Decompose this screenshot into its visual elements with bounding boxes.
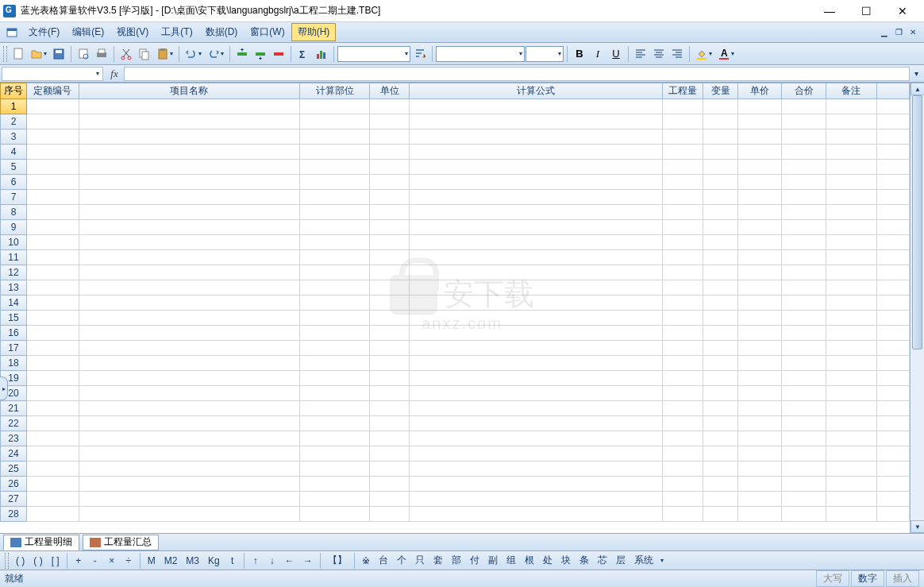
cell[interactable] (299, 220, 370, 235)
symbol-button[interactable]: ※ (358, 553, 374, 569)
cell[interactable] (737, 371, 782, 386)
column-header-name[interactable]: 项目名称 (79, 83, 299, 99)
cell[interactable] (370, 265, 409, 280)
cell[interactable] (79, 129, 299, 145)
cell[interactable] (737, 492, 782, 507)
mdi-close-button[interactable]: ✕ (907, 27, 919, 38)
cell[interactable] (299, 280, 370, 295)
font-combo[interactable]: ▾ (337, 46, 410, 62)
cell[interactable] (79, 326, 299, 341)
cell[interactable] (370, 175, 409, 190)
cell[interactable] (782, 99, 826, 114)
cell[interactable] (370, 145, 409, 160)
close-button[interactable]: ✕ (884, 0, 921, 22)
cell[interactable] (826, 386, 876, 401)
symbol-button[interactable]: 只 (411, 553, 429, 569)
cell[interactable] (299, 477, 370, 492)
cell[interactable] (662, 492, 703, 507)
mdi-restore-button[interactable]: ❐ (892, 27, 905, 38)
cell[interactable] (409, 492, 662, 507)
cell[interactable] (79, 431, 299, 446)
cell[interactable] (409, 311, 662, 326)
cell[interactable] (26, 295, 79, 311)
cell[interactable] (703, 461, 737, 477)
underline-button[interactable]: U (607, 45, 625, 63)
cell[interactable] (826, 326, 876, 341)
cell[interactable] (26, 250, 79, 265)
symbol-button[interactable]: t (225, 553, 241, 569)
size-combo[interactable]: ▾ (526, 46, 564, 62)
cell[interactable] (370, 416, 409, 431)
cell[interactable] (409, 431, 662, 446)
cell[interactable] (26, 114, 79, 129)
menu-data[interactable]: 数据(D) (199, 23, 244, 41)
row-header[interactable]: 2 (1, 114, 27, 129)
scroll-down-button[interactable]: ▼ (911, 520, 924, 533)
cell[interactable] (737, 99, 782, 114)
expand-panel-handle[interactable]: ▸ (0, 377, 8, 400)
cell[interactable] (826, 265, 876, 280)
cell[interactable] (79, 477, 299, 492)
cell[interactable] (782, 386, 826, 401)
maximize-button[interactable]: ☐ (848, 0, 884, 22)
cell[interactable] (409, 160, 662, 175)
cell[interactable] (737, 386, 782, 401)
cell[interactable] (299, 356, 370, 371)
cell[interactable] (703, 446, 737, 461)
symbolbar-gripper[interactable] (5, 553, 9, 569)
row-header[interactable]: 6 (1, 175, 27, 190)
cell[interactable] (299, 507, 370, 522)
formula-input[interactable] (124, 67, 910, 81)
row-header[interactable]: 1 (1, 99, 27, 114)
cell[interactable] (662, 145, 703, 160)
row-header[interactable]: 3 (1, 129, 27, 145)
cell[interactable] (299, 250, 370, 265)
cell[interactable] (26, 265, 79, 280)
cell[interactable] (26, 477, 79, 492)
cell[interactable] (737, 175, 782, 190)
cell[interactable] (662, 401, 703, 416)
cell[interactable] (782, 341, 826, 356)
column-header-part[interactable]: 计算部位 (299, 83, 370, 99)
align-left-button[interactable] (632, 45, 649, 63)
cell[interactable] (703, 114, 737, 129)
cell[interactable] (737, 190, 782, 205)
row-header[interactable]: 8 (1, 205, 27, 220)
cell[interactable] (782, 326, 826, 341)
cell[interactable] (662, 235, 703, 250)
cell[interactable] (409, 265, 662, 280)
cell[interactable] (409, 220, 662, 235)
cell[interactable] (79, 311, 299, 326)
row-header[interactable]: 7 (1, 190, 27, 205)
cell[interactable] (299, 175, 370, 190)
menu-file[interactable]: 文件(F) (22, 23, 66, 41)
cell[interactable] (826, 461, 876, 477)
symbol-button[interactable]: ( ) (29, 553, 46, 569)
cell[interactable] (662, 416, 703, 431)
cell[interactable] (26, 311, 79, 326)
symbol-button[interactable]: ← (281, 553, 298, 569)
style-combo[interactable]: ▾ (436, 46, 525, 62)
cell[interactable] (826, 492, 876, 507)
cell[interactable] (79, 175, 299, 190)
cell[interactable] (782, 356, 826, 371)
cell[interactable] (370, 356, 409, 371)
cell[interactable] (79, 114, 299, 129)
cell[interactable] (703, 326, 737, 341)
symbol-button[interactable]: 块 (557, 553, 575, 569)
cell[interactable] (409, 507, 662, 522)
menu-view[interactable]: 视图(V) (110, 23, 155, 41)
row-header[interactable]: 13 (1, 280, 27, 295)
formula-expand-button[interactable]: ▾ (910, 69, 922, 78)
cell[interactable] (370, 220, 409, 235)
cell[interactable] (409, 190, 662, 205)
print-button[interactable] (93, 45, 110, 63)
cell[interactable] (703, 356, 737, 371)
cell[interactable] (299, 311, 370, 326)
cell[interactable] (826, 295, 876, 311)
cell[interactable] (662, 129, 703, 145)
cell[interactable] (79, 235, 299, 250)
cell[interactable] (370, 477, 409, 492)
cell[interactable] (26, 280, 79, 295)
row-header[interactable]: 11 (1, 250, 27, 265)
